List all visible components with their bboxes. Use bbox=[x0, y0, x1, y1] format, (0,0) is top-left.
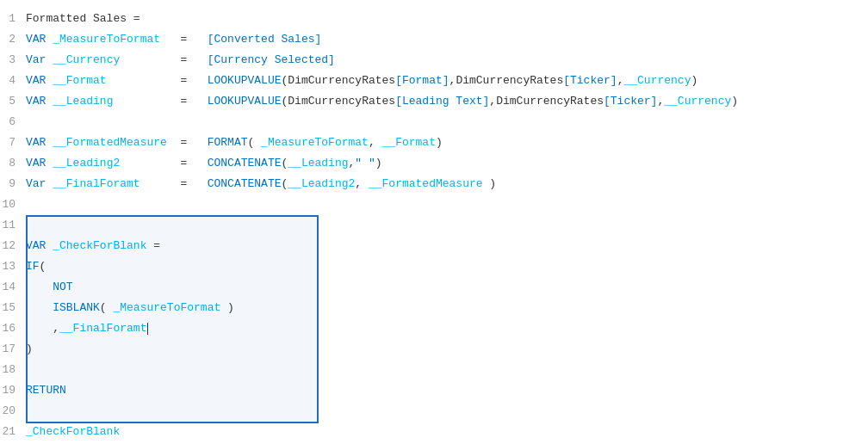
line-num-19: 19 bbox=[0, 381, 26, 400]
line-content-16: ,__FinalForamt bbox=[26, 319, 868, 338]
code-line-17: 17 ) bbox=[0, 339, 868, 360]
code-line-19: 19 RETURN bbox=[0, 380, 868, 401]
line-num-8: 8 bbox=[0, 154, 26, 173]
line-num-9: 9 bbox=[0, 175, 26, 194]
line-num-4: 4 bbox=[0, 71, 26, 90]
text-cursor bbox=[147, 323, 148, 335]
line-num-13: 13 bbox=[0, 257, 26, 276]
code-line-15: 15 ISBLANK( _MeasureToFormat ) bbox=[0, 298, 868, 318]
line-content-8: VAR __Leading2 = CONCATENATE(__Leading,"… bbox=[26, 154, 868, 173]
line-content-5: VAR __Leading = LOOKUPVALUE(DimCurrencyR… bbox=[26, 92, 868, 111]
code-line-14: 14 NOT bbox=[0, 277, 868, 298]
code-line-21: 21 _CheckForBlank bbox=[0, 422, 868, 442]
line-content-1: Formatted Sales = bbox=[26, 9, 868, 28]
line-num-1: 1 bbox=[0, 9, 26, 28]
line-num-3: 3 bbox=[0, 51, 26, 70]
code-editor[interactable]: 1 Formatted Sales = 2 VAR _MeasureToForm… bbox=[0, 0, 868, 444]
line-content-3: Var __Currency = [Currency Selected] bbox=[26, 51, 868, 70]
line-content-12: VAR _CheckForBlank = bbox=[26, 237, 868, 256]
line-content-19: RETURN bbox=[26, 381, 868, 400]
line-content-4: VAR __Format = LOOKUPVALUE(DimCurrencyRa… bbox=[26, 71, 868, 90]
code-line-4: 4 VAR __Format = LOOKUPVALUE(DimCurrency… bbox=[0, 71, 868, 91]
line-content-9: Var __FinalForamt = CONCATENATE(__Leadin… bbox=[26, 175, 868, 194]
code-line-6: 6 bbox=[0, 112, 868, 133]
line-num-21: 21 bbox=[0, 422, 26, 441]
line-content-13: IF( bbox=[26, 257, 868, 276]
line-num-17: 17 bbox=[0, 340, 26, 359]
line-num-12: 12 bbox=[0, 237, 26, 256]
line-num-16: 16 bbox=[0, 319, 26, 338]
code-line-16: 16 ,__FinalForamt bbox=[0, 318, 868, 339]
line-content-2: VAR _MeasureToFormat = [Converted Sales] bbox=[26, 30, 868, 49]
code-line-9: 9 Var __FinalForamt = CONCATENATE(__Lead… bbox=[0, 174, 868, 194]
line-content-7: VAR __FormatedMeasure = FORMAT( _Measure… bbox=[26, 133, 868, 152]
line-num-5: 5 bbox=[0, 92, 26, 111]
code-line-12: 12 VAR _CheckForBlank = bbox=[0, 236, 868, 256]
line-content-14: NOT bbox=[26, 278, 868, 297]
code-line-1: 1 Formatted Sales = bbox=[0, 9, 868, 29]
code-line-20: 20 bbox=[0, 401, 868, 422]
line-content-21: _CheckForBlank bbox=[26, 422, 868, 441]
line-num-15: 15 bbox=[0, 299, 26, 318]
code-line-2: 2 VAR _MeasureToFormat = [Converted Sale… bbox=[0, 29, 868, 50]
code-line-13: 13 IF( bbox=[0, 256, 868, 277]
line-num-6: 6 bbox=[0, 113, 26, 132]
code-line-5: 5 VAR __Leading = LOOKUPVALUE(DimCurrenc… bbox=[0, 91, 868, 112]
line-num-7: 7 bbox=[0, 133, 26, 152]
line-num-2: 2 bbox=[0, 30, 26, 49]
line-content-17: ) bbox=[26, 340, 868, 359]
line-num-14: 14 bbox=[0, 278, 26, 297]
code-line-8: 8 VAR __Leading2 = CONCATENATE(__Leading… bbox=[0, 153, 868, 174]
line-num-18: 18 bbox=[0, 361, 26, 379]
line-num-10: 10 bbox=[0, 195, 26, 214]
code-line-10: 10 bbox=[0, 194, 868, 215]
code-line-3: 3 Var __Currency = [Currency Selected] bbox=[0, 50, 868, 71]
code-line-7: 7 VAR __FormatedMeasure = FORMAT( _Measu… bbox=[0, 133, 868, 153]
line-num-20: 20 bbox=[0, 402, 26, 421]
code-line-11: 11 bbox=[0, 215, 868, 236]
code-line-18: 18 bbox=[0, 360, 868, 380]
line-num-11: 11 bbox=[0, 216, 26, 235]
line-content-15: ISBLANK( _MeasureToFormat ) bbox=[26, 299, 868, 318]
